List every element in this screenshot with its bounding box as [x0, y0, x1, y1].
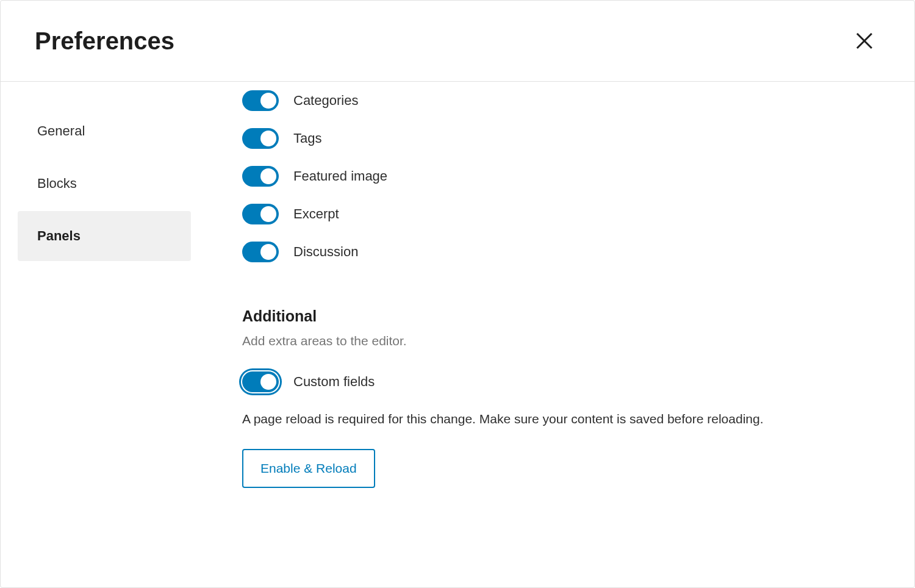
enable-reload-button[interactable]: Enable & Reload: [242, 449, 375, 488]
toggle-featured-image[interactable]: [242, 166, 279, 187]
toggle-knob: [260, 131, 276, 146]
modal-title: Preferences: [35, 27, 174, 55]
toggle-knob: [260, 93, 276, 109]
toggle-label: Categories: [293, 93, 358, 109]
close-button[interactable]: [849, 25, 880, 57]
preferences-modal: Preferences General Blocks Panels: [0, 0, 915, 588]
toggle-categories[interactable]: [242, 90, 279, 111]
sidebar-item-label: Panels: [37, 228, 81, 243]
close-icon: [853, 30, 875, 52]
sidebar-item-general[interactable]: General: [18, 106, 191, 156]
section-title: Additional: [242, 307, 880, 325]
toggle-knob: [260, 206, 276, 222]
toggle-discussion[interactable]: [242, 242, 279, 262]
toggle-row-categories: Categories: [242, 82, 880, 120]
toggle-label: Excerpt: [293, 206, 339, 222]
toggle-label: Featured image: [293, 168, 387, 184]
content-panel: Categories Tags Featured image Excerpt: [208, 82, 914, 587]
section-description: Add extra areas to the editor.: [242, 334, 880, 348]
section-additional: Additional Add extra areas to the editor…: [242, 307, 880, 488]
sidebar: General Blocks Panels: [1, 82, 208, 587]
modal-body: General Blocks Panels Categories Tags: [1, 82, 914, 587]
toggle-excerpt[interactable]: [242, 204, 279, 224]
toggle-row-discussion: Discussion: [242, 233, 880, 271]
sidebar-item-panels[interactable]: Panels: [18, 211, 191, 261]
toggle-row-tags: Tags: [242, 120, 880, 157]
help-text: A page reload is required for this chang…: [242, 409, 803, 429]
sidebar-item-label: Blocks: [37, 176, 77, 191]
toggle-custom-fields[interactable]: [242, 371, 279, 392]
toggle-knob: [260, 374, 276, 390]
toggle-label: Custom fields: [293, 374, 375, 390]
modal-header: Preferences: [1, 1, 914, 82]
toggle-row-excerpt: Excerpt: [242, 195, 880, 233]
sidebar-item-label: General: [37, 123, 85, 138]
toggle-knob: [260, 168, 276, 184]
sidebar-item-blocks[interactable]: Blocks: [18, 159, 191, 209]
toggle-row-custom-fields: Custom fields: [242, 363, 880, 401]
toggle-knob: [260, 244, 276, 260]
toggle-tags[interactable]: [242, 128, 279, 149]
toggle-label: Discussion: [293, 244, 358, 260]
toggle-label: Tags: [293, 131, 321, 146]
toggle-row-featured-image: Featured image: [242, 157, 880, 195]
